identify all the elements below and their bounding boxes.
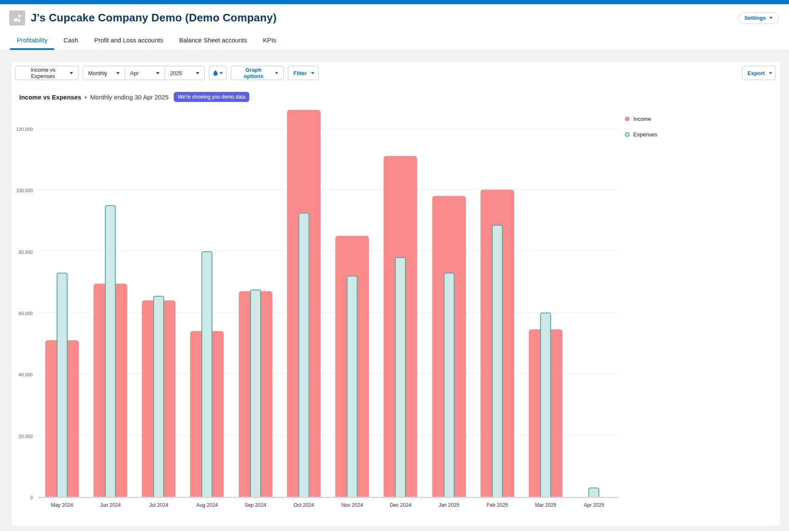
filter-button-label: Filter bbox=[293, 70, 307, 76]
month-slot: May 2024 bbox=[38, 130, 86, 497]
x-axis-label: Apr 2025 bbox=[570, 502, 618, 508]
chevron-down-icon bbox=[219, 72, 223, 74]
period-dropdown-value: Monthly bbox=[88, 70, 107, 76]
export-button[interactable]: Export bbox=[742, 66, 776, 80]
expenses-bar[interactable] bbox=[395, 257, 406, 497]
tab-profit-and-loss-accounts[interactable]: Profit and Loss accounts bbox=[87, 31, 170, 50]
x-axis-label: Aug 2024 bbox=[183, 502, 231, 508]
graph-options-button[interactable]: Graph options bbox=[231, 66, 284, 80]
toolbar-spacer bbox=[323, 66, 738, 80]
y-axis-label: 60,000 bbox=[18, 311, 33, 316]
legend-dot-icon bbox=[625, 132, 630, 137]
page-background: Income vs Expenses Monthly Apr 2025 bbox=[0, 50, 789, 531]
y-axis: 020,00040,00060,00080,000100,000120,000 bbox=[12, 130, 34, 498]
image-placeholder-icon bbox=[13, 13, 22, 23]
report-card: Income vs Expenses Monthly Apr 2025 bbox=[12, 62, 780, 526]
y-axis-label: 40,000 bbox=[18, 372, 33, 377]
period-dropdown[interactable]: Monthly bbox=[83, 66, 125, 80]
expenses-bar[interactable] bbox=[153, 296, 164, 497]
y-axis-label: 0 bbox=[30, 495, 33, 500]
month-slot: Jun 2024 bbox=[86, 130, 134, 497]
chart-header: Income vs Expenses • Monthly ending 30 A… bbox=[19, 91, 249, 102]
year-dropdown-value: 2025 bbox=[170, 70, 182, 76]
comparison-drop-button[interactable] bbox=[209, 66, 227, 80]
expenses-bar[interactable] bbox=[298, 213, 309, 497]
legend-dot-icon bbox=[625, 117, 630, 121]
y-axis-label: 20,000 bbox=[18, 434, 33, 439]
legend-label: Expenses bbox=[633, 131, 657, 138]
month-slot: Mar 2025 bbox=[522, 130, 570, 497]
expenses-bar[interactable] bbox=[444, 273, 455, 497]
company-logo bbox=[9, 10, 25, 26]
expenses-bar[interactable] bbox=[588, 488, 599, 497]
chevron-down-icon bbox=[769, 72, 772, 74]
chart-legend: IncomeExpenses bbox=[625, 116, 657, 147]
chevron-down-icon bbox=[769, 17, 773, 19]
chevron-down-icon bbox=[196, 72, 199, 74]
chevron-down-icon bbox=[116, 72, 120, 74]
x-axis-label: Jun 2024 bbox=[86, 502, 134, 508]
legend-item-expenses[interactable]: Expenses bbox=[625, 131, 657, 138]
month-slot: Dec 2024 bbox=[376, 130, 425, 497]
y-axis-label: 120,000 bbox=[16, 127, 33, 132]
month-dropdown[interactable]: Apr bbox=[125, 66, 165, 80]
x-axis-label: Dec 2024 bbox=[376, 502, 425, 508]
plot-area: May 2024Jun 2024Jul 2024Aug 2024Sep 2024… bbox=[38, 130, 618, 498]
y-axis-label: 80,000 bbox=[18, 250, 33, 255]
expenses-bar[interactable] bbox=[57, 273, 68, 497]
toolbar: Income vs Expenses Monthly Apr 2025 bbox=[15, 66, 776, 80]
month-slot: Jul 2024 bbox=[135, 130, 183, 497]
tab-cash[interactable]: Cash bbox=[57, 31, 85, 50]
chart-region: 020,00040,00060,00080,000100,000120,000 … bbox=[12, 130, 780, 498]
app-header: J's Cupcake Company Demo (Demo Company) … bbox=[0, 4, 789, 50]
expenses-bar[interactable] bbox=[201, 251, 212, 497]
page-title: J's Cupcake Company Demo (Demo Company) bbox=[31, 11, 738, 24]
x-axis-label: Jul 2024 bbox=[135, 502, 183, 508]
metric-dropdown-value: Income vs Expenses bbox=[21, 67, 65, 79]
gridline bbox=[38, 128, 618, 128]
month-slot: Jan 2025 bbox=[425, 130, 473, 497]
y-axis-label: 100,000 bbox=[16, 188, 33, 193]
x-axis-label: Feb 2025 bbox=[473, 502, 521, 508]
settings-button-label: Settings bbox=[745, 15, 766, 21]
month-slot: Apr 2025 bbox=[570, 130, 618, 497]
x-axis-label: Jan 2025 bbox=[425, 502, 473, 508]
x-axis-label: Nov 2024 bbox=[328, 502, 376, 508]
tab-kpis[interactable]: KPIs bbox=[256, 31, 283, 50]
legend-label: Income bbox=[633, 116, 651, 122]
month-slot: Nov 2024 bbox=[328, 130, 376, 497]
expenses-bar[interactable] bbox=[105, 205, 116, 497]
expenses-bar[interactable] bbox=[492, 225, 503, 497]
month-slot: Aug 2024 bbox=[183, 130, 231, 497]
chevron-down-icon bbox=[275, 72, 278, 74]
chevron-down-icon bbox=[311, 72, 314, 74]
settings-button[interactable]: Settings bbox=[738, 12, 779, 24]
x-axis-label: Oct 2024 bbox=[280, 502, 328, 508]
year-dropdown[interactable]: 2025 bbox=[165, 66, 204, 80]
chevron-down-icon bbox=[156, 72, 159, 74]
expenses-bar[interactable] bbox=[540, 313, 551, 497]
bar-slots: May 2024Jun 2024Jul 2024Aug 2024Sep 2024… bbox=[38, 130, 618, 497]
month-slot: Sep 2024 bbox=[231, 130, 280, 497]
expenses-bar[interactable] bbox=[347, 276, 358, 497]
tab-balance-sheet-accounts[interactable]: Balance Sheet accounts bbox=[172, 31, 254, 50]
water-drop-icon bbox=[213, 70, 218, 76]
date-range-group: Monthly Apr 2025 bbox=[83, 66, 205, 80]
tab-profitability[interactable]: Profitability bbox=[10, 31, 54, 50]
chevron-down-icon bbox=[70, 72, 73, 74]
month-slot: Feb 2025 bbox=[473, 130, 521, 497]
top-accent-bar bbox=[0, 0, 789, 4]
x-axis-label: Sep 2024 bbox=[231, 502, 280, 508]
legend-item-income[interactable]: Income bbox=[625, 116, 657, 122]
month-dropdown-value: Apr bbox=[130, 70, 138, 76]
x-axis-label: May 2024 bbox=[38, 502, 86, 508]
expenses-bar[interactable] bbox=[250, 289, 261, 497]
metric-dropdown[interactable]: Income vs Expenses bbox=[15, 66, 78, 80]
demo-data-badge: We're showing you demo data bbox=[174, 92, 250, 102]
graph-options-label: Graph options bbox=[236, 67, 271, 79]
report-tabs: ProfitabilityCashProfit and Loss account… bbox=[0, 31, 789, 50]
filter-button[interactable]: Filter bbox=[288, 66, 319, 80]
month-slot: Oct 2024 bbox=[280, 130, 328, 497]
x-axis-label: Mar 2025 bbox=[522, 502, 570, 508]
chart-title-separator: • bbox=[85, 94, 87, 101]
